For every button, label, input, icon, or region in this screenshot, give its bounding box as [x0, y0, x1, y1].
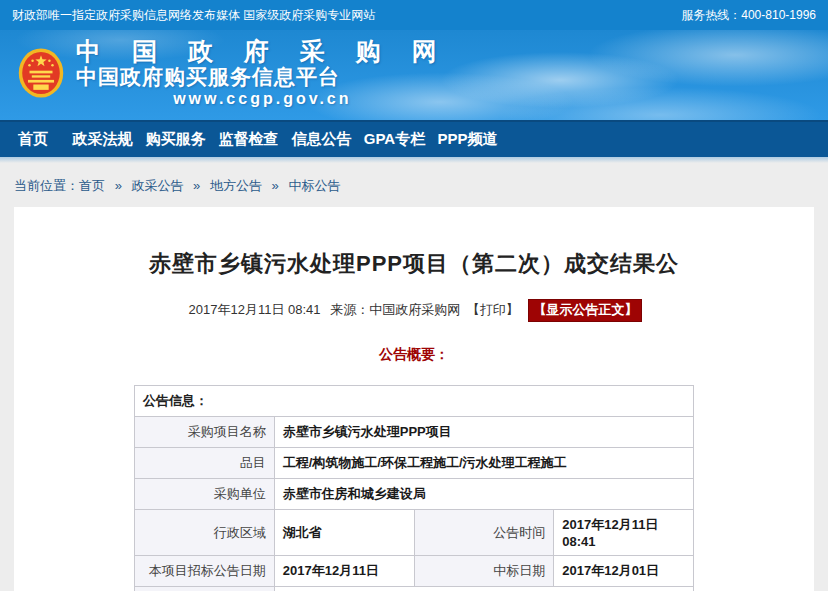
main-nav: 首页 政采法规 购买服务 监督检查 信息公告 GPA专栏 PPP频道	[0, 120, 828, 157]
label-award-date: 中标日期	[414, 556, 554, 587]
article-panel: 赤壁市乡镇污水处理PPP项目（第二次）成交结果公 2017年12月11日 08:…	[14, 207, 814, 591]
summary-heading: 公告概要：	[14, 346, 814, 364]
breadcrumb-award-notices[interactable]: 中标公告	[288, 178, 340, 193]
nav-item-purchase-services[interactable]: 购买服务	[139, 130, 212, 149]
table-row: 采购单位 赤壁市住房和城乡建设局	[135, 479, 694, 510]
table-row: 本项目招标公告日期 2017年12月11日 中标日期 2017年12月01日	[135, 556, 694, 587]
breadcrumb-prefix: 当前位置：	[14, 178, 79, 193]
value-experts: 邹向胜,易卉,薛玮,王旭敏,阮喜珍,张曙东,陈懿黾	[274, 587, 693, 591]
table-row: 公告信息：	[135, 386, 694, 417]
table-row: 品目 工程/构筑物施工/环保工程施工/污水处理工程施工	[135, 448, 694, 479]
table-row: 采购项目名称 赤壁市乡镇污水处理PPP项目	[135, 417, 694, 448]
label-announce-time: 公告时间	[414, 510, 554, 556]
nav-item-ppp[interactable]: PPP频道	[431, 130, 504, 149]
value-award-date: 2017年12月01日	[554, 556, 694, 587]
nav-item-gpa[interactable]: GPA专栏	[358, 130, 431, 149]
breadcrumb-separator: »	[115, 178, 122, 193]
topbar-slogan: 财政部唯一指定政府采购信息网络发布媒体 国家级政府采购专业网站	[12, 7, 375, 24]
article-title: 赤壁市乡镇污水处理PPP项目（第二次）成交结果公	[14, 249, 814, 279]
value-tender-date: 2017年12月11日	[274, 556, 414, 587]
value-purchaser: 赤壁市住房和城乡建设局	[274, 479, 693, 510]
label-purchaser: 采购单位	[135, 479, 275, 510]
value-category: 工程/构筑物施工/环保工程施工/污水处理工程施工	[274, 448, 693, 479]
label-project-name: 采购项目名称	[135, 417, 275, 448]
table-row: 评审专家名单 邹向胜,易卉,薛玮,王旭敏,阮喜珍,张曙东,陈懿黾	[135, 587, 694, 591]
print-button[interactable]: 【打印】	[467, 302, 519, 317]
table-row: 行政区域 湖北省 公告时间 2017年12月11日 08:41	[135, 510, 694, 556]
nav-item-supervision[interactable]: 监督检查	[212, 130, 285, 149]
breadcrumb-home[interactable]: 首页	[79, 178, 105, 193]
breadcrumb-local-notices[interactable]: 地方公告	[210, 178, 262, 193]
nav-item-home[interactable]: 首页	[0, 130, 66, 149]
national-emblem-icon	[18, 47, 64, 99]
site-logo[interactable]: 中 国 政 府 采 购 网 中国政府购买服务信息平台 www.ccgp.gov.…	[18, 38, 449, 108]
nav-item-regulations[interactable]: 政采法规	[66, 130, 139, 149]
breadcrumb: 当前位置：首页 » 政采公告 » 地方公告 » 中标公告	[0, 163, 828, 207]
page: 财政部唯一指定政府采购信息网络发布媒体 国家级政府采购专业网站 服务热线：400…	[0, 0, 828, 591]
article-date: 2017年12月11日 08:41	[189, 302, 321, 317]
show-notice-button[interactable]: 【显示公告正文】	[528, 299, 642, 322]
value-region: 湖北省	[274, 510, 414, 556]
article-meta: 2017年12月11日 08:41 来源：中国政府采购网 【打印】 【显示公告正…	[14, 299, 814, 322]
service-hotline: 服务热线：400-810-1996	[681, 7, 816, 24]
breadcrumb-separator: »	[193, 178, 200, 193]
topbar: 财政部唯一指定政府采购信息网络发布媒体 国家级政府采购专业网站 服务热线：400…	[0, 0, 828, 30]
table-section-header: 公告信息：	[135, 386, 694, 417]
label-category: 品目	[135, 448, 275, 479]
value-announce-time: 2017年12月11日 08:41	[554, 510, 694, 556]
label-experts: 评审专家名单	[135, 587, 275, 591]
breadcrumb-procurement-notices[interactable]: 政采公告	[131, 178, 183, 193]
site-url: www.ccgp.gov.cn	[76, 89, 449, 108]
label-region: 行政区域	[135, 510, 275, 556]
logo-text: 中 国 政 府 采 购 网 中国政府购买服务信息平台 www.ccgp.gov.…	[76, 38, 449, 108]
site-banner: 中 国 政 府 采 购 网 中国政府购买服务信息平台 www.ccgp.gov.…	[0, 30, 828, 120]
article-source: 来源：中国政府采购网	[330, 302, 460, 317]
announcement-info-table: 公告信息： 采购项目名称 赤壁市乡镇污水处理PPP项目 品目 工程/构筑物施工/…	[134, 385, 694, 591]
site-name: 中 国 政 府 采 购 网	[76, 38, 449, 65]
value-project-name: 赤壁市乡镇污水处理PPP项目	[274, 417, 693, 448]
site-subtitle: 中国政府购买服务信息平台	[76, 65, 449, 89]
nav-item-announcements[interactable]: 信息公告	[285, 130, 358, 149]
breadcrumb-separator: »	[272, 178, 279, 193]
label-tender-date: 本项目招标公告日期	[135, 556, 275, 587]
